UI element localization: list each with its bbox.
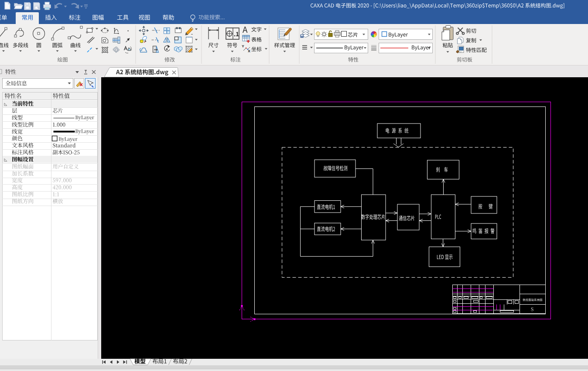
svg-text:X: X xyxy=(248,50,250,52)
svg-text:Y: Y xyxy=(242,45,244,48)
